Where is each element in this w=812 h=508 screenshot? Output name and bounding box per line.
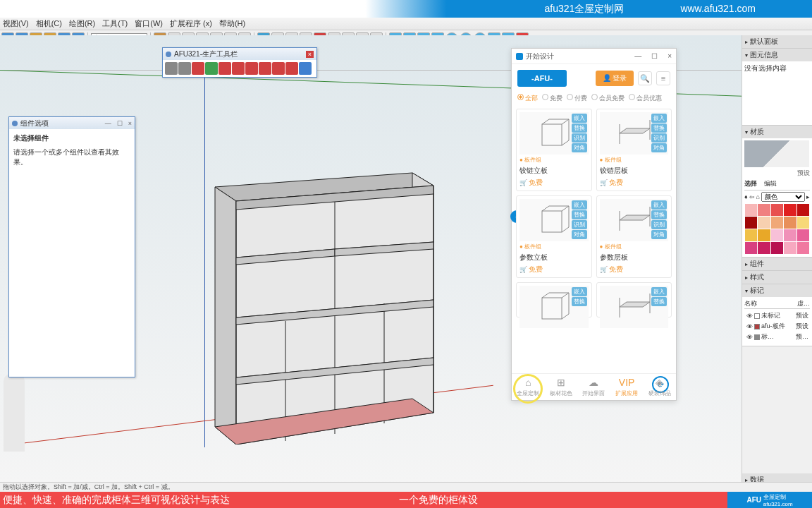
card-action[interactable]: 识别 <box>651 220 667 229</box>
filter-all[interactable]: 全部 <box>525 95 538 102</box>
prod-icon[interactable] <box>285 62 298 75</box>
prod-icon[interactable] <box>259 62 271 75</box>
color-select[interactable]: 颜色 <box>761 192 805 202</box>
prod-icon[interactable] <box>192 62 204 75</box>
tag-row[interactable]: 👁标…预… <box>746 332 808 342</box>
filter-member-free[interactable]: 会员免费 <box>599 95 625 102</box>
maximize-icon[interactable]: ☐ <box>117 120 123 127</box>
tab-select[interactable]: 选择 <box>744 179 757 188</box>
search-icon[interactable]: 🔍 <box>638 71 652 85</box>
color-swatch[interactable] <box>784 229 796 241</box>
card-action[interactable]: 嵌入 <box>572 114 587 123</box>
menu-draw[interactable]: 绘图(R) <box>69 18 95 29</box>
prod-icon[interactable] <box>178 62 191 75</box>
nav-decor[interactable]: ◈硬装饰品 <box>648 377 671 397</box>
color-swatch[interactable] <box>797 217 809 229</box>
card-action[interactable]: 嵌入 <box>651 114 667 123</box>
card-action[interactable]: 对角 <box>572 143 587 152</box>
tags-head[interactable]: 标记 <box>742 284 812 297</box>
production-toolbar[interactable]: AFU321-生产工具栏 × <box>162 47 317 78</box>
color-swatch[interactable] <box>771 229 783 241</box>
filter-paid[interactable]: 付费 <box>574 95 587 102</box>
card-action[interactable]: 替换 <box>572 123 587 133</box>
card-action[interactable]: 嵌入 <box>572 200 587 210</box>
prod-icon[interactable] <box>232 62 245 75</box>
card-action[interactable]: 替换 <box>572 297 587 306</box>
tray-title[interactable]: 默认面板 <box>742 35 812 48</box>
prod-icon[interactable] <box>299 62 312 75</box>
tab-edit[interactable]: 编辑 <box>764 179 777 188</box>
color-swatch[interactable] <box>797 242 809 254</box>
component-card[interactable]: 嵌入替换识别对角● 板件组参数立板免费 <box>516 195 592 278</box>
minimize-icon[interactable]: — <box>634 52 641 60</box>
menu-help[interactable]: 帮助(H) <box>219 18 245 29</box>
close-icon[interactable]: × <box>668 52 672 60</box>
menu-camera[interactable]: 相机(C) <box>36 18 62 29</box>
card-action[interactable]: 替换 <box>572 210 587 219</box>
card-action[interactable]: 识别 <box>651 133 667 143</box>
component-options-panel[interactable]: 组件选项 — ☐ × 未选择组件 请选择一个或多个组件以查看其效果。 <box>8 116 135 377</box>
nav-materials[interactable]: ⊞板材花色 <box>550 377 572 397</box>
cabinet-model[interactable] <box>194 166 441 445</box>
styles-head[interactable]: 样式 <box>742 271 812 284</box>
color-swatch[interactable] <box>784 242 796 254</box>
prod-icon[interactable] <box>272 62 285 75</box>
card-action[interactable]: 嵌入 <box>651 287 667 296</box>
filter-member-discount[interactable]: 会员优惠 <box>636 95 662 102</box>
color-swatch[interactable] <box>758 217 770 229</box>
materials-head[interactable]: 材质 <box>742 126 812 138</box>
nav-start[interactable]: ☁开始界面 <box>582 377 605 397</box>
card-action[interactable]: 识别 <box>572 220 587 229</box>
color-swatch[interactable] <box>771 242 783 254</box>
card-action[interactable]: 替换 <box>651 297 667 306</box>
component-card[interactable]: 嵌入替换识别对角● 板件组铰链立板免费 <box>516 109 592 191</box>
card-action[interactable]: 嵌入 <box>651 200 667 210</box>
filter-free[interactable]: 免费 <box>550 95 562 102</box>
close-icon[interactable]: × <box>128 120 132 127</box>
color-swatch[interactable] <box>758 229 770 241</box>
minimize-icon[interactable]: — <box>105 120 111 127</box>
card-action[interactable]: 识别 <box>572 133 587 143</box>
color-swatch[interactable] <box>797 229 809 241</box>
card-action[interactable]: 对角 <box>651 143 667 152</box>
nav-home[interactable]: ⌂全屋定制 <box>517 377 539 397</box>
color-swatch[interactable] <box>745 229 757 241</box>
color-swatch[interactable] <box>771 217 783 229</box>
material-preview[interactable] <box>744 140 809 167</box>
card-action[interactable]: 替换 <box>651 210 667 219</box>
login-button[interactable]: 👤登录 <box>596 71 634 86</box>
entity-info-head[interactable]: 图元信息 <box>742 49 812 61</box>
component-card[interactable]: 嵌入替换 <box>596 282 672 318</box>
menu-window[interactable]: 窗口(W) <box>135 18 163 29</box>
prod-icon[interactable] <box>165 62 178 75</box>
color-swatch[interactable] <box>784 217 796 229</box>
maximize-icon[interactable]: ☐ <box>651 52 658 60</box>
menu-icon[interactable]: ≡ <box>656 71 670 85</box>
components-head[interactable]: 组件 <box>742 258 812 270</box>
card-action[interactable]: 对角 <box>651 230 667 239</box>
component-card[interactable]: 嵌入替换识别对角● 板件组铰链层板免费 <box>596 109 672 191</box>
component-card[interactable]: 嵌入替换识别对角● 板件组参数层板免费 <box>596 195 672 278</box>
menu-extensions[interactable]: 扩展程序 (x) <box>170 18 212 29</box>
color-swatch[interactable] <box>758 242 770 254</box>
color-swatch[interactable] <box>745 217 757 229</box>
color-swatch[interactable] <box>797 204 809 216</box>
close-icon[interactable]: × <box>306 51 314 58</box>
card-action[interactable]: 嵌入 <box>572 287 587 296</box>
menu-view[interactable]: 视图(V) <box>3 18 29 29</box>
prod-icon[interactable] <box>245 62 258 75</box>
color-swatch[interactable] <box>784 204 796 216</box>
color-swatch[interactable] <box>745 204 757 216</box>
tag-row[interactable]: 👁未标记预设 <box>746 310 808 321</box>
color-swatch[interactable] <box>771 204 783 216</box>
component-card[interactable]: 嵌入替换 <box>516 282 592 318</box>
color-swatch[interactable] <box>745 242 757 254</box>
prod-icon[interactable] <box>219 62 231 75</box>
prod-icon[interactable] <box>205 62 218 75</box>
tag-row[interactable]: 👁afu-板件预设 <box>746 321 808 332</box>
card-action[interactable]: 替换 <box>651 123 667 133</box>
nav-vip[interactable]: VIP扩展应用 <box>615 377 638 397</box>
menu-tools[interactable]: 工具(T) <box>102 18 128 29</box>
card-action[interactable]: 对角 <box>572 230 587 239</box>
color-swatch[interactable] <box>758 204 770 216</box>
